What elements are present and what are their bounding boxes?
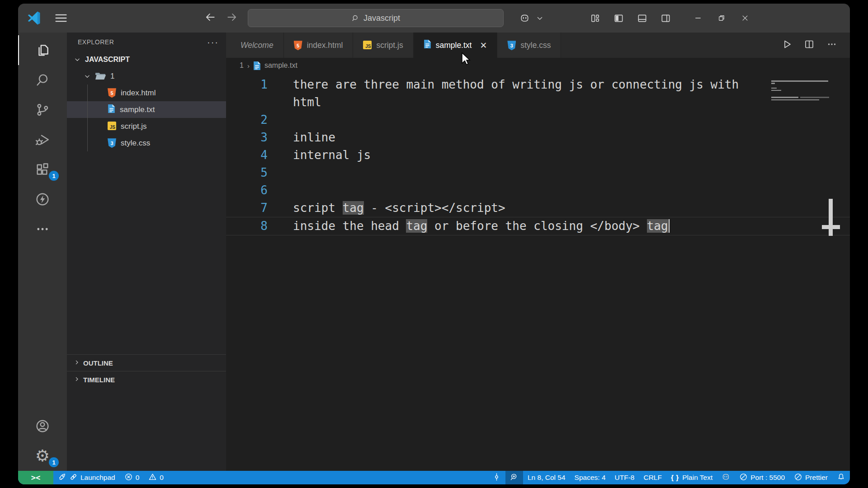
vscode-logo-icon: [26, 10, 42, 26]
minimize-button[interactable]: [686, 8, 710, 28]
language-mode[interactable]: { }Plain Text: [666, 471, 717, 484]
tab-style.css[interactable]: 3style.css: [497, 33, 561, 58]
more-icon[interactable]: [826, 39, 837, 52]
chevron-down-icon[interactable]: [535, 10, 544, 26]
link-icon: [69, 473, 78, 483]
activity-source-control-icon[interactable]: [18, 95, 67, 125]
status-label: Ln 8, Col 54: [528, 474, 566, 482]
cursor-position[interactable]: Ln 8, Col 54: [523, 471, 570, 484]
line-text: script tag - <script></script>: [293, 199, 505, 217]
code-line-3: 3inline: [226, 129, 850, 146]
minimap[interactable]: [771, 80, 829, 102]
workspace-root[interactable]: JAVASCRIPT: [67, 52, 226, 68]
toggle-secondary-sidebar-icon[interactable]: [657, 10, 674, 26]
problems-warnings[interactable]: 0: [144, 471, 168, 484]
file-item-sample.txt[interactable]: sample.txt: [67, 101, 226, 118]
minimap-line: [771, 88, 829, 89]
status-label: Prettier: [805, 474, 828, 482]
breadcrumb[interactable]: 1 › sample.txt: [226, 58, 850, 73]
tab-script.js[interactable]: JSscript.js: [353, 33, 413, 58]
back-arrow-icon[interactable]: [204, 11, 216, 25]
word-highlight: tag: [343, 201, 364, 215]
copilot-status[interactable]: [717, 471, 735, 484]
copilot-icon[interactable]: [516, 10, 533, 26]
status-label: Launchpad: [80, 474, 115, 482]
indentation[interactable]: Spaces: 4: [570, 471, 610, 484]
code-text: internal js: [293, 148, 371, 162]
activity-files-icon[interactable]: [18, 35, 67, 65]
folder-row[interactable]: 1: [67, 68, 226, 84]
sidebar-title: EXPLORER: [78, 38, 114, 46]
txt-icon: [108, 104, 115, 116]
close-button[interactable]: [733, 8, 757, 28]
activity-search-icon[interactable]: [18, 65, 67, 95]
file-name: sample.txt: [120, 105, 155, 114]
tab-icon-html-icon: 5: [294, 40, 302, 51]
js-icon: JS: [108, 122, 116, 131]
resize-handle[interactable]: [822, 199, 840, 236]
code-text: or before the closing </body>: [427, 219, 646, 233]
activity-more-icon[interactable]: [18, 214, 67, 244]
error-icon: [124, 473, 133, 483]
section-outline[interactable]: OUTLINE: [67, 354, 226, 371]
toggle-panel-icon[interactable]: [634, 10, 650, 26]
code-line-7: 7script tag - <script></script>: [226, 199, 850, 217]
minimap-line: [771, 90, 829, 91]
notifications[interactable]: [832, 471, 850, 484]
tab-index.html[interactable]: 5index.html: [284, 33, 354, 58]
code-text: inline: [293, 131, 335, 144]
ports-forward[interactable]: [488, 471, 505, 484]
tab-sample.txt[interactable]: sample.txt✕: [414, 33, 498, 58]
launchpad[interactable]: Launchpad: [53, 471, 120, 484]
problems-errors[interactable]: 0: [120, 471, 144, 484]
activity-run-debug-icon[interactable]: [18, 125, 67, 155]
minimap-line: [771, 85, 829, 86]
tab-Welcome[interactable]: Welcome: [226, 33, 284, 58]
live-server-port[interactable]: Port : 5500: [735, 471, 789, 484]
code-line-8: 8inside the head tag or before the closi…: [226, 217, 850, 235]
line-number: 1: [226, 76, 268, 111]
line-text: inside the head tag or before the closin…: [293, 217, 670, 235]
badge: 1: [49, 171, 59, 181]
remote-indicator[interactable]: ><: [18, 471, 53, 484]
activity-extensions-icon[interactable]: 1: [18, 155, 67, 184]
run-icon[interactable]: [781, 39, 792, 52]
eol-sequence[interactable]: CRLF: [639, 471, 666, 484]
rocket-icon: [58, 473, 66, 483]
screencast-zoom[interactable]: [505, 471, 523, 484]
indent-guide: [87, 84, 88, 151]
split-editor-icon[interactable]: [804, 39, 815, 52]
activity-thunder-icon[interactable]: [18, 184, 67, 214]
toggle-sidebar-icon[interactable]: [610, 10, 627, 26]
prettier[interactable]: Prettier: [789, 471, 832, 484]
file-name: script.js: [121, 122, 147, 131]
minimap-line: [771, 99, 829, 101]
tab-bar: Welcome5index.htmlJSscript.jssample.txt✕…: [226, 33, 850, 58]
minimap-line: [771, 97, 829, 98]
encoding[interactable]: UTF-8: [610, 471, 639, 484]
menu-icon[interactable]: [53, 10, 69, 26]
file-item-index.html[interactable]: 5index.html: [67, 84, 226, 101]
code-text: inside the head: [293, 219, 406, 233]
tab-label: style.css: [520, 41, 551, 50]
forward-arrow-icon[interactable]: [226, 11, 238, 25]
line-number: 6: [226, 182, 268, 199]
chevron-right-icon: [73, 375, 80, 384]
copilot-icon: [722, 473, 730, 483]
file-item-script.js[interactable]: JSscript.js: [67, 118, 226, 135]
activity-account-icon[interactable]: [18, 411, 67, 441]
code-area[interactable]: 1there are three main method of writing …: [226, 73, 850, 471]
status-label: CRLF: [643, 474, 661, 482]
activity-gear-icon[interactable]: ⚙1: [18, 441, 67, 471]
line-number: 2: [226, 111, 268, 129]
section-timeline[interactable]: TIMELINE: [67, 371, 226, 388]
close-tab-icon[interactable]: ✕: [480, 40, 487, 51]
customize-layout-icon[interactable]: [587, 10, 603, 26]
blocked-icon: [739, 473, 748, 483]
file-item-style.css[interactable]: 3style.css: [67, 135, 226, 151]
restore-button[interactable]: [710, 8, 733, 28]
command-center-search[interactable]: Javascript: [248, 9, 504, 27]
line-text: internal js: [293, 146, 371, 164]
sidebar-more-actions[interactable]: ···: [207, 37, 219, 47]
port-forward-icon: [492, 473, 501, 483]
